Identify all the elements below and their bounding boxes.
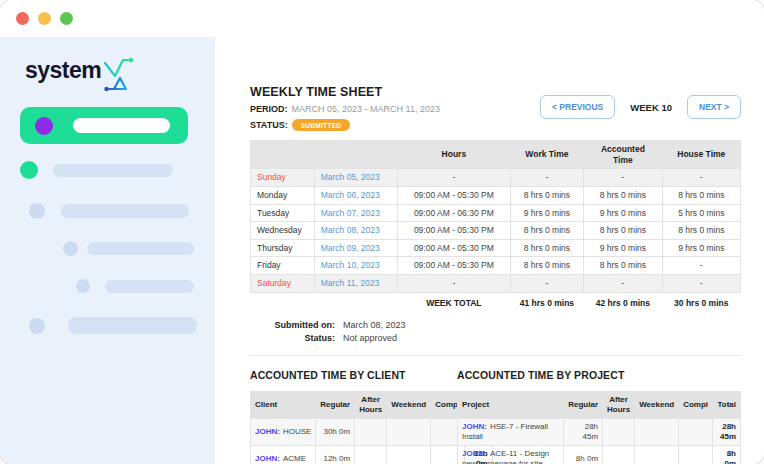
col-client: Client: [251, 392, 316, 419]
col-work-time: Work Time: [510, 141, 584, 169]
summary-section: ACCOUNTED TIME BY CLIENT Client Regular …: [250, 355, 741, 464]
user-link[interactable]: JOHN:: [462, 422, 487, 431]
date-link[interactable]: March 10, 2023: [321, 260, 380, 270]
date-cell: March 08, 2023: [314, 222, 397, 240]
date-cell: March 07, 2023: [314, 204, 397, 222]
col-hours: Hours: [397, 141, 510, 169]
timesheet-row: Monday March 06, 2023 09:00 AM - 05:30 P…: [251, 186, 741, 204]
house-time-cell: 8 hrs 0 mins: [662, 186, 740, 204]
work-time-cell: 9 hrs 0 mins: [510, 204, 584, 222]
nav-item-dot-icon: [63, 241, 78, 256]
previous-week-button[interactable]: < PREVIOUS: [540, 95, 615, 119]
client-header-row: Client Regular After Hours Weekend Compl…: [251, 392, 493, 419]
client-name: ACME: [283, 454, 306, 463]
date-link[interactable]: March 06, 2023: [321, 190, 380, 200]
col-empty: [314, 141, 397, 169]
nav-item-label-placeholder: [73, 118, 170, 133]
weekend-cell: [387, 446, 431, 464]
col-total: Total: [713, 392, 741, 419]
empty-cell: [314, 292, 397, 311]
house-time-cell: 9 hrs 0 mins: [662, 239, 740, 257]
timesheet-row: Friday March 10, 2023 09:00 AM - 05:30 P…: [251, 257, 741, 275]
timesheet-row: Sunday March 05, 2023 - - - -: [251, 169, 741, 187]
logo-text: system: [25, 55, 101, 85]
accounted-by-client-panel: ACCOUNTED TIME BY CLIENT Client Regular …: [250, 369, 444, 464]
weekend-cell: [387, 419, 431, 446]
window-minimize-button[interactable]: [38, 12, 51, 25]
hours-cell: 09:00 AM - 05:30 PM: [397, 186, 510, 204]
after-hours-cell: [603, 419, 635, 446]
timesheet-header-row: Hours Work Time Accounted Time House Tim…: [251, 141, 741, 169]
date-cell: March 05, 2023: [314, 169, 397, 187]
sidebar-item[interactable]: [76, 279, 215, 293]
work-time-cell: 8 hrs 0 mins: [510, 239, 584, 257]
sidebar: system: [0, 37, 215, 464]
submitted-on-label: Submitted on:: [250, 320, 335, 330]
after-hours-cell: [355, 419, 387, 446]
next-week-button[interactable]: NEXT >: [687, 95, 741, 119]
work-time-cell: 8 hrs 0 mins: [510, 186, 584, 204]
sidebar-item[interactable]: [29, 317, 215, 334]
nav-item-dot-icon: [20, 161, 38, 179]
regular-cell: 8h 0m: [564, 446, 603, 464]
timesheet-table: Hours Work Time Accounted Time House Tim…: [250, 140, 741, 311]
sidebar-item-active[interactable]: [20, 107, 188, 144]
project-header-row: Project Regular After Hours Weekend Comp…: [458, 392, 741, 419]
day-cell: Monday: [251, 186, 315, 204]
weekend-cell: [635, 446, 679, 464]
nav-item-label-placeholder: [87, 242, 194, 255]
accounted-time-cell: 9 hrs 0 mins: [584, 204, 662, 222]
window-close-button[interactable]: [16, 12, 29, 25]
user-link[interactable]: JOHN:: [255, 454, 280, 463]
work-time-cell: 8 hrs 0 mins: [510, 222, 584, 240]
nav-item-dot-icon: [29, 318, 45, 334]
user-link[interactable]: JOHN:: [255, 427, 280, 436]
col-accounted-time: Accounted Time: [584, 141, 662, 169]
window-zoom-button[interactable]: [60, 12, 73, 25]
date-link[interactable]: March 05, 2023: [321, 172, 380, 182]
week-total-house: 30 hrs 0 mins: [662, 292, 740, 311]
client-row: JOHN:ACME 12h 0m 12h 0m: [251, 446, 493, 464]
week-number-label: WEEK 10: [630, 102, 672, 113]
after-hours-cell: [355, 446, 387, 464]
work-time-cell: 8 hrs 0 mins: [510, 257, 584, 275]
col-after-hours: After Hours: [355, 392, 387, 419]
client-name-cell: JOHN:ACME: [251, 446, 316, 464]
col-weekend: Weekend: [387, 392, 431, 419]
project-name-cell: JOHN:HSE-7 - Firewall Install: [458, 419, 564, 446]
regular-cell: 12h 0m: [316, 446, 355, 464]
user-link[interactable]: JOHN:: [462, 449, 487, 458]
project-row: JOHN:ACE-11 - Design new homepage for si…: [458, 446, 741, 464]
timesheet-row: Saturday March 11, 2023 - - - -: [251, 275, 741, 293]
submitted-on-value: March 08, 2023: [343, 320, 406, 330]
date-link[interactable]: March 09, 2023: [321, 243, 380, 253]
nav-item-label-placeholder: [61, 204, 189, 218]
work-time-cell: -: [510, 275, 584, 293]
week-total-label: WEEK TOTAL: [397, 292, 510, 311]
sheet-header: WEEKLY TIME SHEET PERIOD: MARCH 05, 2023…: [250, 85, 741, 131]
project-name-cell: JOHN:ACE-11 - Design new homepage for si…: [458, 446, 564, 464]
status-label: STATUS:: [250, 120, 288, 130]
main-content: WEEKLY TIME SHEET PERIOD: MARCH 05, 2023…: [215, 37, 764, 464]
day-cell: Wednesday: [251, 222, 315, 240]
client-name-cell: JOHN:HOUSE: [251, 419, 316, 446]
client-row: JOHN:HOUSE 30h 0m 30h 0m: [251, 419, 493, 446]
project-panel-title: ACCOUNTED TIME BY PROJECT: [457, 369, 741, 381]
accounted-time-cell: 8 hrs 0 mins: [584, 222, 662, 240]
date-link[interactable]: March 11, 2023: [321, 278, 379, 288]
col-regular: Regular: [316, 392, 355, 419]
col-compl: Compl: [679, 392, 713, 419]
period-label: PERIOD:: [250, 104, 288, 114]
sidebar-item[interactable]: [29, 203, 215, 219]
timesheet-row: Tuesday March 07, 2023 09:00 AM - 06:30 …: [251, 204, 741, 222]
date-cell: March 09, 2023: [314, 239, 397, 257]
col-house-time: House Time: [662, 141, 740, 169]
sidebar-item[interactable]: [63, 241, 215, 256]
work-time-cell: -: [510, 169, 584, 187]
sidebar-item[interactable]: [20, 161, 215, 179]
date-link[interactable]: March 07, 2023: [321, 208, 380, 218]
col-after-hours: After Hours: [603, 392, 635, 419]
date-link[interactable]: March 08, 2023: [321, 225, 380, 235]
client-name: HOUSE: [283, 427, 311, 436]
col-project: Project: [458, 392, 564, 419]
